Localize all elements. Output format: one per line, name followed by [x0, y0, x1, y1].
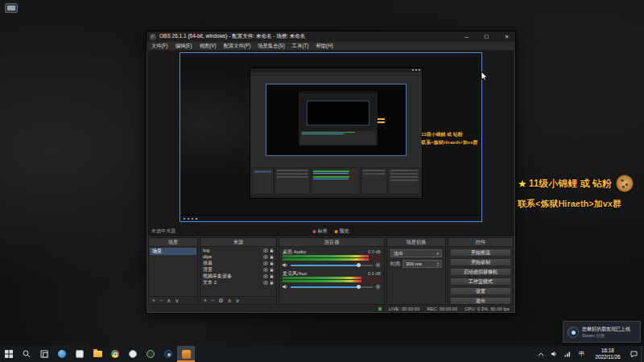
transition-select[interactable]: 淡出 ▾ [390, 249, 442, 257]
captured-select [363, 170, 385, 171]
red-dot-icon [313, 230, 316, 233]
transitions-panel: 场景切换 淡出 ▾ 时间 300 ms ▴ ▾ [386, 237, 446, 305]
lock-icon[interactable] [270, 274, 274, 278]
volume-slider[interactable] [291, 265, 373, 266]
taskbar-app-nvidia[interactable] [142, 346, 159, 362]
eye-icon[interactable] [263, 281, 268, 285]
stream-overlay-text: ★ 11级小锦鲤 或 钻粉 联系<炼狱Hiraeth>加vx群 [518, 175, 634, 210]
lock-icon[interactable] [270, 268, 274, 272]
taskbar-app-window[interactable] [71, 346, 89, 362]
settings-button[interactable]: 设置 [450, 287, 511, 295]
tray-network[interactable] [561, 346, 575, 362]
captured-desktop: 11级小锦鲤 或 钻粉 联系<炼狱Hiraeth>加vx群 [180, 53, 481, 221]
slider-handle[interactable] [357, 285, 361, 289]
captured-controls-dock [388, 167, 420, 195]
eye-icon[interactable] [263, 249, 268, 253]
sources-panel-title[interactable]: 来源 [200, 238, 276, 247]
add-scene-button[interactable]: + [152, 298, 155, 303]
obs-taskbar-icon [182, 350, 191, 359]
speaker-icon[interactable] [283, 284, 288, 290]
mixer-channel-desktop: 桌面 Audio 0.0 dB [279, 247, 384, 269]
action-center-button[interactable] [627, 346, 641, 362]
nvidia-icon [147, 350, 155, 358]
scene-up-button[interactable]: ∧ [167, 298, 171, 304]
menu-edit[interactable]: 编辑(E) [175, 43, 192, 50]
start-button[interactable] [0, 346, 18, 362]
spinner-arrows[interactable]: ▴ ▾ [437, 261, 439, 267]
eye-icon[interactable] [263, 274, 268, 278]
controls-panel-title[interactable]: 控件 [448, 238, 513, 247]
taskbar-clock[interactable]: 16:18 2022/11/26 [588, 346, 627, 362]
lock-icon[interactable] [270, 249, 274, 253]
menu-file[interactable]: 文件(F) [151, 43, 168, 50]
source-row[interactable]: log [200, 247, 276, 253]
taskbar-app-light[interactable] [124, 346, 142, 362]
taskbar-app-browser[interactable] [53, 346, 71, 362]
scene-item[interactable]: 场景 [150, 248, 196, 255]
menu-profile[interactable]: 配置文件(P) [224, 43, 251, 50]
taskbar-app-obs-active[interactable] [177, 346, 195, 362]
source-row[interactable]: 文本 2 [200, 279, 276, 286]
eye-icon[interactable] [263, 255, 268, 259]
taskbar-app-chrome[interactable] [106, 346, 124, 362]
volume-meter [283, 280, 381, 282]
remove-source-button[interactable]: − [211, 298, 214, 303]
speaker-icon[interactable] [283, 262, 288, 268]
captured-volume-slider [313, 173, 349, 174]
badge-preview-label: 预览 [340, 228, 349, 235]
remove-scene-button[interactable]: − [159, 298, 163, 303]
taskbar-app-steam[interactable] [159, 346, 177, 362]
gear-icon[interactable] [375, 262, 381, 268]
close-button[interactable]: ✕ [498, 31, 515, 42]
lock-icon[interactable] [270, 255, 274, 259]
mixer-panel-title[interactable]: 混音器 [279, 238, 384, 247]
transitions-panel-title[interactable]: 场景切换 [387, 238, 445, 247]
gear-icon[interactable] [375, 284, 381, 290]
virtual-camera-button[interactable]: 启动虚拟摄像机 [450, 268, 511, 276]
tray-volume[interactable] [547, 346, 561, 362]
volume-meter [283, 277, 381, 279]
start-streaming-button[interactable]: 开始推流 [450, 249, 511, 257]
eye-icon[interactable] [263, 261, 268, 265]
studio-mode-button[interactable]: 工作室模式 [450, 278, 511, 286]
source-up-button[interactable]: ∧ [227, 298, 231, 304]
menu-scene-collection[interactable]: 场景集合(S) [258, 43, 285, 50]
minimize-button[interactable]: ─ [458, 31, 475, 42]
taskbar-app-explorer[interactable] [89, 346, 106, 362]
dock-panels: 场景 场景 + − ∧ ∨ 来源 log [148, 237, 514, 305]
source-properties-button[interactable]: ⚙ [218, 298, 223, 304]
add-source-button[interactable]: + [204, 298, 207, 303]
lock-icon[interactable] [270, 261, 274, 265]
mixer-body: 桌面 Audio 0.0 dB 麦克风/Aux [279, 247, 384, 304]
badge-standard-label: 标准 [318, 228, 328, 235]
steam-notification[interactable]: 您最好的朋友现已上线 Steam 社区 [563, 321, 641, 343]
spinner-down-icon[interactable]: ▾ [437, 264, 439, 267]
start-recording-button[interactable]: 开始录制 [450, 258, 511, 266]
menu-help[interactable]: 帮助(H) [316, 43, 332, 50]
eye-icon[interactable] [263, 268, 268, 272]
captured-sources-dock [275, 167, 310, 195]
preview-canvas[interactable]: 11级小锦鲤 或 钻粉 联系<炼狱Hiraeth>加vx群 [180, 52, 482, 222]
exit-button[interactable]: 退出 [450, 297, 511, 304]
task-view-button[interactable] [35, 346, 53, 362]
steam-icon [568, 327, 579, 338]
title-bar[interactable]: OBS 26.1.1 (64-bit, windows) - 配置文件: 未命名… [147, 31, 515, 42]
scene-down-button[interactable]: ∨ [175, 298, 179, 304]
duration-spinner[interactable]: 300 ms ▴ ▾ [402, 260, 442, 268]
menu-tools[interactable]: 工具(T) [292, 43, 309, 50]
maximize-button[interactable]: ☐ [478, 31, 495, 42]
menu-view[interactable]: 视图(V) [200, 43, 217, 50]
network-icon [564, 351, 572, 357]
scenes-panel-title[interactable]: 场景 [149, 238, 197, 247]
volume-slider[interactable] [291, 286, 373, 288]
chevron-down-icon: ▾ [436, 251, 439, 256]
source-down-button[interactable]: ∨ [236, 298, 240, 304]
floating-window-icon[interactable] [5, 3, 18, 13]
clock-time: 16:18 [601, 348, 614, 355]
tray-expand-button[interactable] [534, 346, 547, 362]
show-desktop-button[interactable] [641, 346, 644, 362]
lock-icon[interactable] [270, 281, 274, 285]
search-button[interactable] [18, 346, 35, 362]
slider-handle[interactable] [357, 263, 361, 267]
language-indicator[interactable]: 中 [575, 346, 588, 362]
